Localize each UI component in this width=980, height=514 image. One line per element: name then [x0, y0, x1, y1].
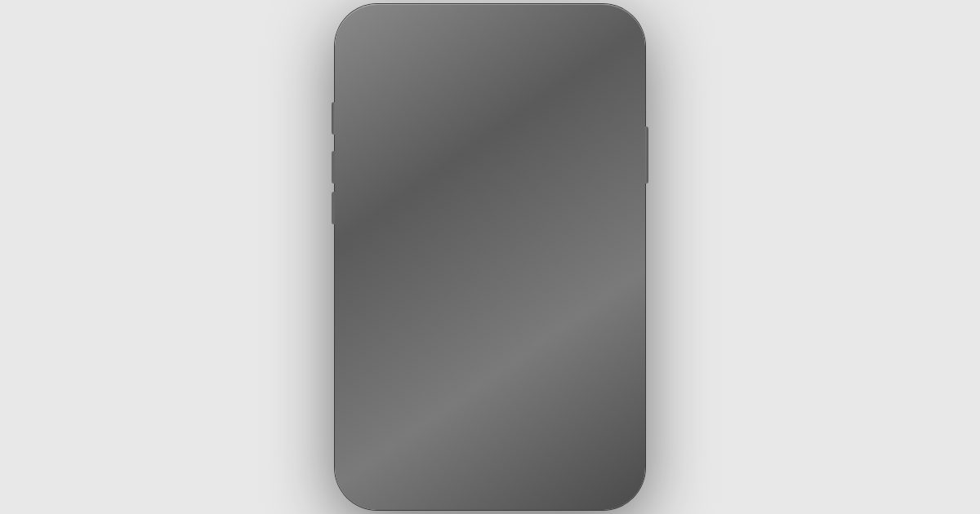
badge-4: 4	[611, 61, 622, 73]
svg-point-10	[521, 85, 528, 92]
svg-text:30: 30	[533, 248, 541, 256]
stocks-label: Stocks	[512, 417, 537, 426]
wifi-icon	[586, 28, 599, 41]
status-time: 9:41 🎙	[359, 28, 401, 42]
badge-16: 16	[611, 357, 622, 369]
news-label: News	[584, 417, 604, 426]
badge-1: 1	[403, 61, 414, 73]
maps-icon: 11 ▲	[497, 210, 553, 265]
notch	[427, 12, 554, 35]
news-icon: 16	[567, 357, 622, 413]
status-icons	[568, 28, 621, 41]
svg-rect-12	[588, 76, 601, 82]
phone-screen: 9:41 🎙	[343, 12, 637, 502]
svg-rect-0	[370, 80, 391, 98]
app-camera[interactable]: 4 Camera	[564, 61, 625, 197]
svg-rect-50	[585, 246, 606, 255]
mic-icon: 🎙	[388, 28, 401, 41]
notes-label: Notes	[444, 417, 466, 426]
badge-13: 13	[403, 357, 414, 369]
facetime-icon: 1	[359, 61, 414, 117]
app-weather[interactable]: 12 Weather	[564, 210, 625, 346]
time-label: 9:41	[359, 28, 384, 42]
svg-text:▲: ▲	[518, 223, 532, 239]
badge-9: 9	[403, 210, 414, 221]
photos-label: Photos	[512, 121, 537, 130]
battery-fill	[604, 31, 616, 38]
photos-icon: 3	[497, 61, 553, 117]
app-stocks[interactable]: 15 Stocks	[494, 357, 555, 494]
notes-icon: 14	[428, 357, 483, 413]
app-calendar[interactable]: 2 Wednesday 14 Calendar	[425, 61, 486, 197]
camera-icon: 4	[567, 61, 622, 117]
svg-point-43	[593, 223, 609, 239]
svg-rect-17	[604, 83, 608, 86]
badge-15: 15	[541, 357, 553, 369]
app-maps[interactable]: 11 ▲	[494, 210, 555, 346]
speaker	[459, 22, 508, 26]
mail-label: Mail	[378, 269, 393, 278]
app-clock[interactable]: 10	[425, 210, 486, 346]
maps-label: Maps	[514, 269, 534, 278]
app-news[interactable]: 16 News	[564, 357, 625, 494]
weather-icon: 12	[567, 210, 622, 265]
badge-2: 2	[472, 61, 483, 73]
clock-label: Clock	[445, 269, 466, 278]
badge-10: 10	[472, 210, 483, 221]
svg-rect-57	[439, 371, 471, 381]
signal-icon	[568, 29, 582, 39]
phone-container: 9:41 🎙	[335, 4, 645, 510]
calendar-label: Calendar	[439, 121, 472, 130]
app-notes[interactable]: 14 Notes	[425, 357, 486, 494]
stocks-icon: 15	[497, 357, 553, 413]
weather-label: Weather	[579, 269, 610, 278]
app-mail[interactable]: 9 Mail	[355, 210, 416, 346]
reminders-icon: 13	[359, 357, 414, 413]
svg-line-46	[608, 222, 610, 224]
battery-icon	[603, 29, 621, 39]
calendar-icon: 2 Wednesday 14	[428, 61, 483, 117]
svg-point-16	[593, 90, 596, 93]
app-photos[interactable]: 3	[494, 61, 555, 197]
calendar-date: 14	[442, 73, 469, 97]
badge-14: 14	[472, 357, 483, 369]
svg-marker-1	[391, 80, 401, 98]
camera-label: Camera	[580, 121, 609, 130]
badge-12: 12	[611, 210, 622, 221]
reminders-label: Reminders	[366, 417, 405, 426]
facetime-label: FaceTime	[368, 121, 403, 130]
badge-11: 11	[541, 210, 553, 221]
app-reminders[interactable]: 13 Reminders	[355, 357, 416, 494]
front-camera	[513, 20, 521, 28]
svg-point-31	[454, 236, 457, 238]
badge-3: 3	[541, 61, 553, 73]
mail-icon: 9	[359, 210, 414, 265]
clock-icon: 10	[428, 210, 483, 265]
app-facetime[interactable]: 1 FaceTime	[355, 61, 416, 197]
apps-grid: 1 FaceTime 2 Wednesday 14 Calendar	[343, 53, 637, 502]
svg-rect-38	[501, 243, 523, 262]
